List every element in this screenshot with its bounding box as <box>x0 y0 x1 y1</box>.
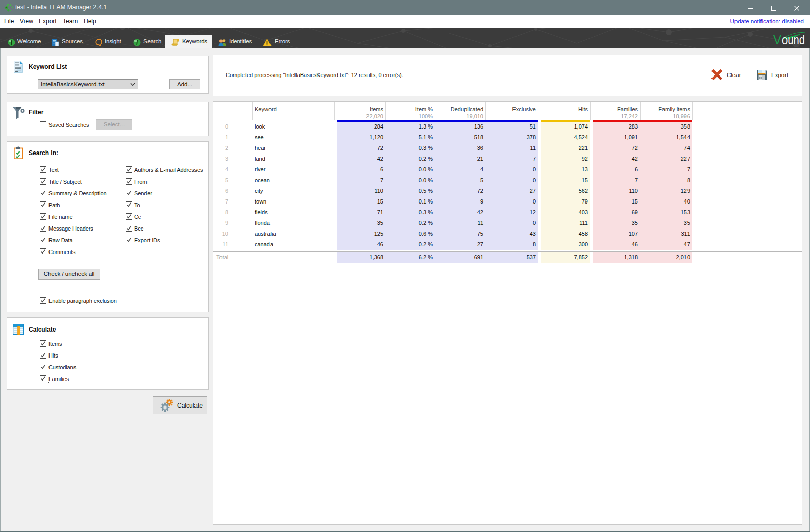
svg-text:ound: ound <box>782 33 805 47</box>
svg-text:V: V <box>773 33 781 47</box>
